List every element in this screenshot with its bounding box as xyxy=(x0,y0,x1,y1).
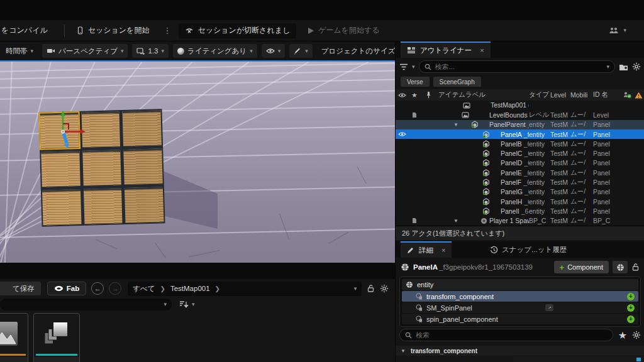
eye-column-icon[interactable] xyxy=(398,92,406,98)
outliner-row[interactable]: ▼ TestMap001 (エディタ) xyxy=(396,101,644,110)
panel-mesh[interactable] xyxy=(124,148,163,185)
outliner-row[interactable]: ▼ PanelA_f3gp...503139 entity TestM ムー/ … xyxy=(396,129,644,139)
start-session-button[interactable]: セッションを開始 xyxy=(70,23,156,38)
favorite-star-icon[interactable]: ★ xyxy=(618,329,627,341)
filter-icon[interactable] xyxy=(399,63,408,70)
expand-caret-icon[interactable]: ▼ xyxy=(453,218,458,224)
details-search-input[interactable]: 検索 xyxy=(399,329,613,341)
item-mobility: ムー/ xyxy=(570,140,593,148)
panel-mesh[interactable] xyxy=(84,188,123,224)
asset-tile-texture[interactable] xyxy=(0,313,28,362)
visibility-eye-icon[interactable] xyxy=(396,131,408,137)
chevron-down-icon[interactable]: ▾ xyxy=(412,64,415,70)
verse-button[interactable]: Verse xyxy=(401,77,430,87)
gear-icon[interactable] xyxy=(380,284,389,293)
panel-mesh[interactable] xyxy=(41,151,80,187)
screen-percentage-dropdown[interactable]: 1.3 ▾ xyxy=(132,44,169,58)
mesh-edit-icon[interactable]: ↗ xyxy=(545,304,553,311)
lock-icon[interactable] xyxy=(631,263,640,272)
details-tab-bar: 詳細 × スナップ...ット履歴 xyxy=(396,241,644,258)
outliner-row[interactable]: ▼ PanelC_64jfg...912229 entity TestM ムー/… xyxy=(396,148,644,158)
fab-button[interactable]: Fab xyxy=(47,282,86,295)
chevron-down-icon[interactable]: ▾ xyxy=(192,302,195,307)
level-viewport[interactable] xyxy=(0,60,395,263)
add-component-button[interactable]: + Component xyxy=(554,261,609,273)
add-subcomponent-icon[interactable]: + xyxy=(627,293,635,300)
outliner-row[interactable]: ▼ PanelE_64jfg...872391 entity TestM ムー/… xyxy=(396,168,644,177)
lighting-mode-dropdown[interactable]: ライティングあり ▾ xyxy=(173,44,257,58)
item-name: PanelA xyxy=(501,131,522,138)
item-type: entity xyxy=(529,150,550,157)
outliner-row[interactable]: ▼ PanelD_64jfg...049228 entity TestM ムー/… xyxy=(396,158,644,168)
close-icon[interactable]: × xyxy=(441,246,445,254)
asset-tile-level[interactable] xyxy=(33,313,80,362)
outliner-row[interactable]: ▼ PanelH_64jfg...544976 entity TestM ムー/… xyxy=(396,197,644,206)
path-filter-dropdown[interactable]: ▾ xyxy=(0,299,172,310)
sort-icon[interactable] xyxy=(179,300,189,308)
source-control-ok-icon[interactable] xyxy=(623,91,631,99)
outliner-row[interactable]: ▼ PanelB_64jfg...021922 entity TestM ムー/… xyxy=(396,139,644,148)
forward-button[interactable]: → xyxy=(109,282,121,295)
component-row[interactable]: spin_panel_component + ↗ xyxy=(402,314,638,324)
outliner-row[interactable]: ▼ PanelI_64jfg...634427 entity TestM ムー/… xyxy=(396,206,644,216)
time-of-day-dropdown[interactable]: 時間帯 ▾ xyxy=(1,44,38,58)
show-flags-dropdown[interactable]: ▾ xyxy=(262,44,286,58)
transform-section-header[interactable]: ▼ transform_component xyxy=(396,346,644,356)
outliner-search-input[interactable]: 検索... ▾ xyxy=(419,60,615,73)
close-icon[interactable]: × xyxy=(480,47,484,54)
column-id[interactable]: ID 名 xyxy=(593,90,621,99)
save-all-button[interactable]: て保存 xyxy=(0,282,41,295)
tab-outliner[interactable]: アウトライナー × xyxy=(401,41,491,58)
tab-snapshot-history[interactable]: スナップ...ット履歴 xyxy=(484,241,573,258)
lock-icon[interactable] xyxy=(367,284,375,293)
item-name: PanelParent xyxy=(489,121,526,128)
column-level[interactable]: Level xyxy=(550,91,570,99)
outliner-row[interactable]: ▼ PanelF_64jfg...364038 entity TestM ムー/… xyxy=(396,177,644,187)
expand-caret-icon[interactable]: ▼ xyxy=(453,122,458,128)
breadcrumb[interactable]: すべて ❯ TestMap001 ❯ ▾ xyxy=(128,282,362,296)
details-header: PanelA _f3gpeipokv8r1_1967503139 + Compo… xyxy=(396,259,644,275)
gear-icon[interactable] xyxy=(632,331,641,339)
component-row[interactable]: transform_component + ↗ xyxy=(402,291,638,302)
scenegraph-button[interactable]: SceneGraph xyxy=(433,77,481,87)
compile-verse-button[interactable]: をコンパイル xyxy=(0,23,54,38)
item-type: entity xyxy=(529,131,550,138)
panel-mesh[interactable] xyxy=(42,189,81,226)
column-mobility[interactable]: Mobili xyxy=(570,91,593,99)
warning-icon[interactable] xyxy=(635,91,643,99)
session-disconnected-button[interactable]: セッションが切断されまし xyxy=(179,23,296,38)
outliner-row[interactable]: ▼ Player 1 Spawn Pad BP_C TestM ムー/ BP_C xyxy=(396,216,644,226)
session-options-menu[interactable]: ⋮ xyxy=(160,26,174,35)
add-subcomponent-icon[interactable]: + xyxy=(627,304,635,312)
start-game-button[interactable]: ゲームを開始する xyxy=(301,23,386,38)
outliner-row[interactable]: ▼ PanelG_64jfg...876281 entity TestM ムー/… xyxy=(396,187,644,197)
outliner-row[interactable]: ▼ PanelParent_f3g...84568 entity TestM ム… xyxy=(396,120,644,129)
viewmode-brush-dropdown[interactable]: ▾ xyxy=(289,44,313,58)
entity-root-row[interactable]: entity xyxy=(402,279,638,290)
grid-line xyxy=(357,167,367,184)
outliner-row[interactable]: ▼ LevelBounds レベル TestM ムー/ Level xyxy=(396,110,644,119)
spawn-pad-icon xyxy=(480,217,487,224)
new-folder-icon[interactable] xyxy=(619,63,628,71)
tab-details[interactable]: 詳細 × xyxy=(401,241,452,258)
chevron-down-icon[interactable]: ▾ xyxy=(606,64,609,70)
favorite-column-icon[interactable]: ★ xyxy=(411,91,417,99)
column-item-label[interactable]: アイテムラベル xyxy=(436,90,529,99)
pin-column-icon[interactable] xyxy=(426,91,431,99)
panel-mesh[interactable] xyxy=(125,187,164,223)
breadcrumb-current[interactable]: TestMap001 xyxy=(170,285,210,292)
perspective-dropdown[interactable]: パースペクティブ ▾ xyxy=(42,44,128,58)
transform-gizmo[interactable] xyxy=(49,107,94,152)
add-subcomponent-icon[interactable]: + xyxy=(627,315,635,323)
chevron-down-icon[interactable]: ▾ xyxy=(354,286,357,292)
entity-view-button[interactable] xyxy=(613,261,628,273)
gear-icon[interactable] xyxy=(632,62,641,71)
column-type[interactable]: タイプ xyxy=(529,90,550,99)
panel-mesh[interactable] xyxy=(123,110,162,146)
breadcrumb-root[interactable]: すべて xyxy=(133,284,155,293)
component-row[interactable]: SM_SpinPanel + ↗ xyxy=(402,302,638,313)
back-button[interactable]: ← xyxy=(91,282,104,295)
collaborators-button[interactable]: ▾ xyxy=(602,23,633,38)
asset-type-bar-teal xyxy=(36,354,77,356)
panel-mesh[interactable] xyxy=(82,150,121,186)
